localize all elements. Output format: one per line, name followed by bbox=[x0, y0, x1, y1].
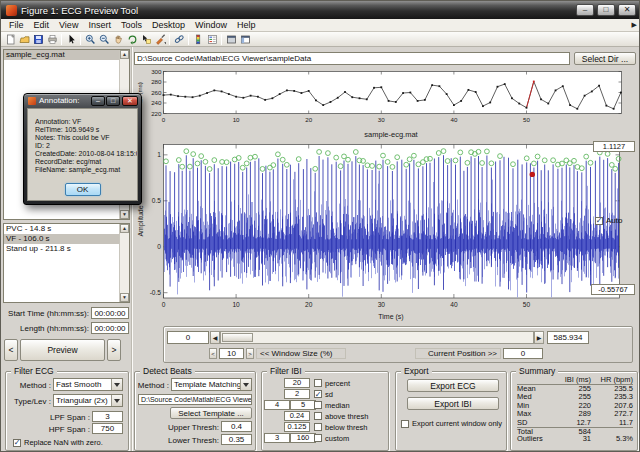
custom-checkbox[interactable] bbox=[314, 434, 322, 442]
print-figure-icon[interactable] bbox=[45, 33, 59, 46]
rotate-3d-icon[interactable] bbox=[125, 33, 139, 46]
lower-thresh-field[interactable]: 0.35 bbox=[221, 434, 252, 445]
window-size-increase-button[interactable]: > bbox=[246, 348, 254, 359]
show-plot-tools-icon[interactable] bbox=[238, 33, 252, 46]
ok-button[interactable]: OK bbox=[65, 183, 101, 196]
pointer-icon[interactable] bbox=[64, 33, 78, 46]
beat-method-dropdown[interactable]: Template Matching bbox=[171, 378, 252, 391]
filter-ibi-value-field[interactable]: 0.125 bbox=[284, 422, 310, 432]
menu-help[interactable]: Help bbox=[232, 20, 261, 30]
chevron-down-icon[interactable] bbox=[111, 379, 122, 390]
filter-ibi-value-field[interactable]: 20 bbox=[284, 378, 310, 388]
hide-plot-tools-icon[interactable] bbox=[224, 33, 238, 46]
next-window-button[interactable]: > bbox=[107, 339, 121, 361]
menu-tools[interactable]: Tools bbox=[116, 20, 147, 30]
brush-icon[interactable] bbox=[153, 33, 167, 46]
dialog-minimize-button[interactable]: – bbox=[91, 96, 105, 106]
annotation-listbox[interactable]: PVC - 14.8 sVF - 106.0 sStand up - 211.8… bbox=[3, 223, 130, 303]
export-ibi-button[interactable]: Export IBI bbox=[407, 397, 499, 410]
file-list-item[interactable]: sample_ecg.mat bbox=[4, 50, 129, 60]
select-dir-button[interactable]: Select Dir ... bbox=[574, 52, 636, 65]
filter-type-dropdown[interactable]: Triangular (2x) bbox=[53, 394, 123, 407]
annotation-dialog[interactable]: Annotation: – □ ✕ Annotation: VFRelTime:… bbox=[23, 93, 142, 205]
menu-desktop[interactable]: Desktop bbox=[147, 20, 190, 30]
ecg-main-plot[interactable]: sample-ecg.mat-0.500.5101020304050Time (… bbox=[131, 127, 640, 323]
menu-overflow-arrow-icon[interactable]: ▶ bbox=[632, 21, 637, 29]
link-plots-icon[interactable] bbox=[172, 33, 186, 46]
window-size-field[interactable]: 10 bbox=[219, 348, 244, 359]
new-document-icon[interactable] bbox=[3, 33, 17, 46]
menu-edit[interactable]: Edit bbox=[29, 20, 55, 30]
position-scrollbar-thumb[interactable] bbox=[222, 333, 253, 342]
filter-ibi-value-field[interactable]: 0.24 bbox=[284, 411, 310, 421]
median-checkbox[interactable] bbox=[314, 401, 322, 409]
menu-window[interactable]: Window bbox=[190, 20, 232, 30]
scroll-down-icon[interactable]: ▼ bbox=[120, 293, 129, 302]
data-directory-field[interactable]: D:\Source Code\Matlab\ECG Viewer\sampleD… bbox=[134, 52, 570, 65]
title-bar[interactable]: Figure 1: ECG Preview Tool – □ ✕ bbox=[1, 1, 639, 19]
scroll-down-icon[interactable]: ▼ bbox=[120, 210, 129, 219]
save-figure-icon[interactable] bbox=[31, 33, 45, 46]
upper-thresh-field[interactable]: 0.4 bbox=[221, 421, 252, 432]
pan-icon[interactable] bbox=[111, 33, 125, 46]
zoom-in-icon[interactable] bbox=[83, 33, 97, 46]
export-window-only-checkbox[interactable] bbox=[401, 420, 409, 428]
y-min-field[interactable]: -0.55767 bbox=[591, 284, 635, 295]
data-cursor-icon[interactable] bbox=[139, 33, 153, 46]
percent-checkbox[interactable] bbox=[314, 379, 322, 387]
scroll-left-icon[interactable]: ◀ bbox=[210, 331, 220, 344]
menu-view[interactable]: View bbox=[54, 20, 83, 30]
window-size-decrease-button[interactable]: < bbox=[209, 348, 217, 359]
hpf-span-field[interactable]: 750 bbox=[92, 423, 123, 434]
replace-nan-control[interactable]: ✓ Replace NaN with zero. bbox=[13, 438, 103, 447]
summary-row: Outliers315.3% bbox=[517, 435, 633, 443]
scroll-up-icon[interactable]: ▲ bbox=[120, 224, 129, 233]
menu-file[interactable]: File bbox=[4, 20, 29, 30]
y-max-field[interactable]: 1.1127 bbox=[593, 141, 635, 152]
annotation-dialog-titlebar[interactable]: Annotation: bbox=[28, 96, 89, 105]
maximize-button[interactable]: □ bbox=[597, 4, 615, 16]
annotation-list-item[interactable]: PVC - 14.8 s bbox=[4, 224, 129, 234]
below-thresh-checkbox[interactable] bbox=[314, 423, 322, 431]
select-template-button[interactable]: Select Template ... bbox=[170, 407, 252, 419]
current-position-field[interactable]: 0 bbox=[503, 348, 543, 359]
start-time-field[interactable]: 00:00:00 bbox=[91, 307, 129, 319]
scroll-up-icon[interactable]: ▲ bbox=[120, 50, 129, 59]
filter-ibi-value-field[interactable]: 5 bbox=[290, 400, 316, 410]
zoom-out-icon[interactable] bbox=[97, 33, 111, 46]
template-path-field[interactable]: D:\Source Code\Matlab\ECG Viewer\tem bbox=[138, 394, 252, 405]
filter-method-dropdown[interactable]: Fast Smooth bbox=[53, 378, 123, 391]
scroll-right-icon[interactable]: ▶ bbox=[534, 331, 544, 344]
lpf-span-field[interactable]: 3 bbox=[92, 411, 123, 422]
dialog-restore-button[interactable]: □ bbox=[106, 96, 120, 106]
chevron-down-icon[interactable] bbox=[111, 395, 122, 406]
previous-window-button[interactable]: < bbox=[4, 339, 18, 361]
length-field[interactable]: 00:00:00 bbox=[91, 322, 129, 334]
export-ecg-button[interactable]: Export ECG bbox=[407, 379, 499, 392]
close-button[interactable]: ✕ bbox=[618, 4, 636, 16]
insert-legend-icon[interactable] bbox=[205, 33, 219, 46]
minimize-button[interactable]: – bbox=[576, 4, 594, 16]
selected-annotation-marker[interactable] bbox=[530, 172, 535, 177]
replace-nan-checkbox[interactable]: ✓ bbox=[13, 439, 21, 447]
annotation-list-scrollbar[interactable]: ▲ ▼ bbox=[119, 224, 129, 302]
auto-scale-control[interactable]: ✓ Auto bbox=[595, 216, 622, 225]
menu-insert[interactable]: Insert bbox=[83, 20, 116, 30]
preview-button[interactable]: Preview bbox=[20, 339, 105, 361]
insert-colorbar-icon[interactable] bbox=[191, 33, 205, 46]
chevron-down-icon[interactable] bbox=[240, 379, 251, 390]
annotation-list-item[interactable]: Stand up - 211.8 s bbox=[4, 244, 129, 254]
above-thresh-checkbox[interactable] bbox=[314, 412, 322, 420]
export-window-only-control[interactable]: Export current window only bbox=[401, 419, 502, 428]
annotation-list-item[interactable]: VF - 106.0 s bbox=[4, 234, 129, 244]
auto-checkbox[interactable]: ✓ bbox=[595, 217, 603, 225]
open-file-icon[interactable] bbox=[17, 33, 31, 46]
dialog-close-button[interactable]: ✕ bbox=[122, 96, 138, 106]
filter-ibi-value-field[interactable]: 2 bbox=[284, 389, 310, 399]
filter-ibi-value-field[interactable]: 4 bbox=[264, 400, 290, 410]
svg-text:20: 20 bbox=[305, 301, 313, 308]
sd-checkbox[interactable]: ✓ bbox=[314, 390, 322, 398]
filter-ibi-value-field[interactable]: 160 bbox=[290, 433, 316, 443]
filter-ibi-value-field[interactable]: 3 bbox=[264, 433, 290, 443]
position-scrollbar[interactable] bbox=[220, 331, 534, 344]
